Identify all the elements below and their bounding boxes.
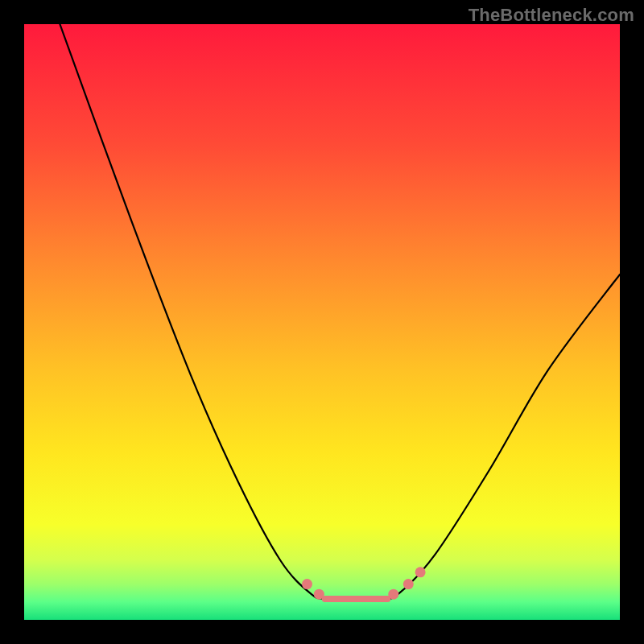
valley-marker bbox=[302, 579, 312, 589]
watermark-text: TheBottleneck.com bbox=[469, 5, 634, 26]
bottleneck-curve bbox=[60, 24, 620, 600]
valley-marker bbox=[314, 589, 324, 600]
valley-markers bbox=[302, 567, 426, 599]
valley-marker bbox=[415, 567, 426, 577]
chart-frame: TheBottleneck.com bbox=[0, 0, 644, 644]
valley-marker bbox=[388, 589, 398, 600]
curve-layer bbox=[24, 24, 620, 620]
plot-area bbox=[24, 24, 620, 620]
valley-marker bbox=[403, 579, 414, 589]
